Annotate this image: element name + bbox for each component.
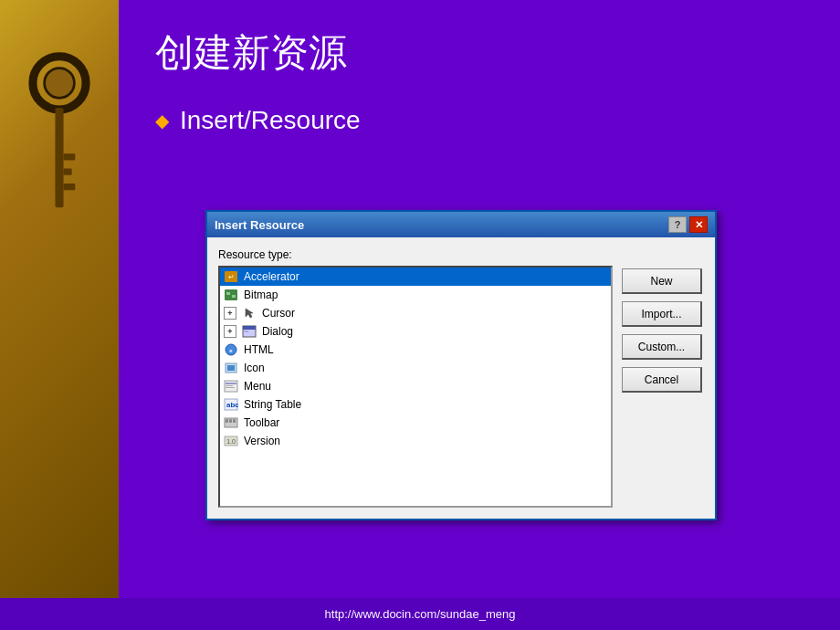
list-item[interactable]: abc String Table [220,395,611,414]
version-icon: 1.0 [224,434,238,448]
list-item[interactable]: + Dialog [220,322,611,341]
insert-resource-dialog: Insert Resource ? ✕ Resource type: ↵ [205,210,717,520]
list-item-label: Version [244,435,280,447]
dialog-body: Resource type: ↵ Accelerator [207,237,715,519]
cursor-icon [242,306,257,320]
svg-rect-17 [227,365,235,371]
svg-rect-27 [233,419,236,423]
toolbar-icon [224,415,238,430]
list-item[interactable]: Menu [220,377,611,395]
dialog-titlebar: Insert Resource ? ✕ [207,212,715,237]
svg-text:↵: ↵ [228,273,235,281]
list-item[interactable]: e HTML [220,341,611,359]
svg-rect-21 [226,387,235,388]
svg-rect-3 [64,153,76,160]
bitmap-icon [224,288,238,302]
main-area: 创建新资源 ◆ Insert/Resource Insert Resource … [0,0,840,598]
list-item[interactable]: Bitmap [220,286,611,304]
bullet-diamond-icon: ◆ [155,110,169,131]
svg-text:1.0: 1.0 [226,438,236,445]
svg-rect-9 [226,292,230,295]
right-panel: 创建新资源 ◆ Insert/Resource Insert Resource … [119,0,840,598]
svg-text:abc: abc [226,401,238,409]
svg-rect-5 [64,184,76,190]
footer: http://www.docin.com/sundae_meng [0,598,840,630]
icon-resource-icon [224,361,238,375]
dialog-title: Insert Resource [215,218,304,232]
import-button[interactable]: Import... [622,301,702,327]
custom-button[interactable]: Custom... [622,334,702,360]
resource-type-label: Resource type: [218,248,613,261]
string-table-icon: abc [224,397,238,412]
cancel-button[interactable]: Cancel [622,367,702,393]
svg-rect-2 [55,108,63,207]
list-item-label: String Table [244,398,301,411]
bullet-text-label: Insert/Resource [180,106,361,135]
menu-icon [224,379,238,394]
resource-listbox[interactable]: ↵ Accelerator Bitmap [218,266,613,508]
svg-point-1 [45,68,75,99]
svg-rect-25 [226,419,228,423]
list-item[interactable]: 1.0 Version [220,432,611,450]
svg-rect-12 [243,326,256,330]
list-item[interactable]: ↵ Accelerator [220,268,611,286]
dialog-resource-icon [242,324,257,339]
svg-rect-13 [244,331,248,332]
svg-rect-4 [64,169,72,175]
bullet-item: ◆ Insert/Resource [155,106,803,135]
list-item[interactable]: Icon [220,359,611,377]
key-icon [23,46,96,228]
expand-icon[interactable]: + [224,307,236,320]
list-item-label: Dialog [262,325,293,338]
dialog-close-button[interactable]: ✕ [689,216,708,233]
accelerator-icon: ↵ [224,269,238,284]
new-button[interactable]: New [622,268,702,294]
list-item-label: HTML [244,343,274,356]
list-item-label: Accelerator [244,270,299,283]
list-item-label: Cursor [262,307,295,320]
list-item-label: Menu [244,380,271,393]
list-item[interactable]: Toolbar [220,414,611,432]
dialog-buttons-area: New Import... Custom... Cancel [622,248,704,508]
resource-list-area: Resource type: ↵ Accelerator [218,248,613,508]
expand-icon[interactable]: + [224,325,236,338]
page-title: 创建新资源 [155,27,803,79]
svg-rect-19 [226,383,236,384]
html-icon: e [224,342,238,357]
svg-rect-26 [229,419,232,423]
list-item[interactable]: + Cursor [220,304,611,322]
footer-url: http://www.docin.com/sundae_meng [325,607,516,621]
svg-rect-20 [226,385,233,386]
list-item-label: Icon [244,362,265,374]
svg-rect-10 [232,295,236,298]
list-item-label: Bitmap [244,289,278,301]
dialog-help-button[interactable]: ? [668,216,687,233]
dialog-controls: ? ✕ [668,216,708,233]
list-item-label: Toolbar [244,416,279,429]
left-panel [0,0,119,598]
